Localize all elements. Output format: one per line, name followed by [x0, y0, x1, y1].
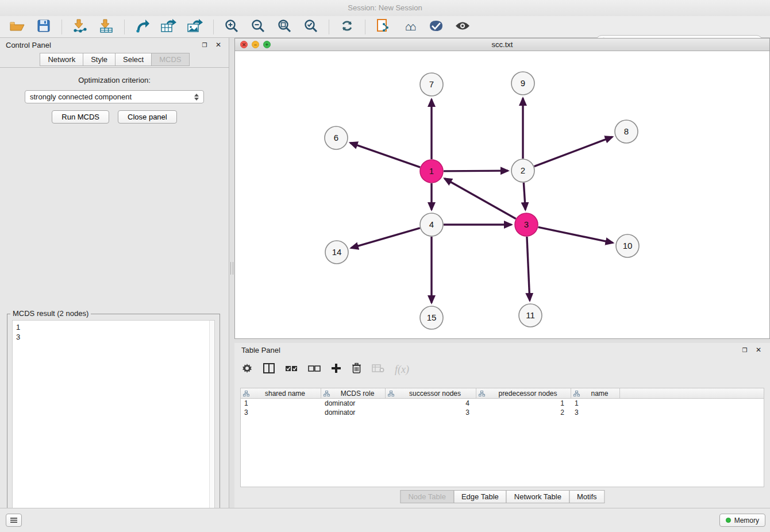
graph-node-4[interactable]: 4 — [420, 213, 443, 236]
graph-node-3[interactable]: 3 — [515, 213, 538, 236]
open-session-button[interactable] — [6, 18, 29, 36]
refresh-button[interactable] — [336, 18, 359, 36]
show-hide-button[interactable] — [451, 18, 474, 36]
control-panel-tabs: NetworkStyleSelectMCDS — [0, 53, 229, 66]
home-layout-button[interactable]: ⌂⌂ — [398, 18, 421, 36]
toolbar-separator — [365, 20, 365, 34]
column-layout-icon[interactable] — [263, 363, 275, 376]
edge-2-3[interactable] — [523, 183, 525, 210]
tab-select[interactable]: Select — [115, 53, 152, 66]
run-mcds-button[interactable]: Run MCDS — [52, 110, 109, 124]
close-window-icon[interactable]: ✕ — [240, 41, 248, 48]
column-header-successor-nodes[interactable]: successor nodes — [386, 388, 476, 398]
table-cell[interactable]: 1 — [571, 399, 620, 408]
mcds-result-values: 1 3 — [13, 321, 214, 344]
graph-node-6[interactable]: 6 — [325, 126, 348, 149]
table-row[interactable]: 1dominator411 — [241, 399, 764, 408]
edge-4-14[interactable] — [351, 228, 420, 248]
zoom-out-button[interactable] — [247, 18, 270, 36]
graph-node-9[interactable]: 9 — [511, 72, 534, 95]
copy-network-button[interactable] — [372, 18, 395, 36]
annotations-button[interactable] — [425, 18, 448, 36]
close-table-panel-icon[interactable]: ✕ — [754, 345, 763, 354]
table-cell[interactable]: 3 — [571, 408, 620, 417]
table-row[interactable]: 3dominator323 — [241, 408, 764, 417]
svg-text:4: 4 — [429, 219, 434, 229]
result-scrollbar[interactable] — [209, 321, 214, 527]
svg-text:11: 11 — [526, 310, 535, 320]
task-history-button[interactable] — [6, 514, 22, 527]
deselect-all-checkboxes-icon[interactable] — [308, 364, 321, 375]
tab-motifs[interactable]: Motifs — [569, 490, 605, 503]
graph-node-10[interactable]: 10 — [616, 234, 639, 257]
tab-node-table[interactable]: Node Table — [400, 490, 454, 503]
table-cell[interactable]: 3 — [386, 408, 476, 417]
network-tools-button[interactable] — [131, 18, 154, 36]
table-cell[interactable]: dominator — [321, 399, 386, 408]
edge-2-8[interactable] — [534, 137, 613, 166]
import-network-button[interactable] — [68, 18, 91, 36]
mcds-result-list[interactable]: 1 3 — [12, 320, 215, 527]
tab-style[interactable]: Style — [83, 53, 116, 66]
horizontal-splitter[interactable] — [234, 339, 770, 343]
settings-gear-icon[interactable] — [241, 363, 253, 376]
graph-node-11[interactable]: 11 — [519, 304, 542, 327]
close-panel-button[interactable]: Close panel — [118, 110, 177, 124]
graph-node-8[interactable]: 8 — [615, 120, 638, 143]
edge-3-1[interactable] — [445, 179, 516, 219]
vertical-splitter[interactable] — [229, 38, 234, 508]
column-header-predecessor-nodes[interactable]: predecessor nodes — [476, 388, 571, 398]
edge-3-11[interactable] — [527, 237, 530, 300]
column-type-icon — [324, 391, 330, 396]
import-table-button[interactable] — [95, 18, 118, 36]
close-panel-icon[interactable]: ✕ — [214, 40, 223, 49]
float-table-panel-icon[interactable]: ❐ — [740, 345, 749, 354]
control-panel-title: Control Panel — [6, 41, 51, 49]
toolbar-separator — [124, 20, 125, 34]
table-cell[interactable]: 4 — [386, 399, 476, 408]
column-header-name[interactable]: name — [571, 388, 620, 398]
zoom-window-icon[interactable]: + — [263, 41, 271, 48]
tab-network-table[interactable]: Network Table — [506, 490, 569, 503]
graph-node-7[interactable]: 7 — [420, 73, 443, 96]
zoom-fit-button[interactable] — [273, 18, 296, 36]
edge-1-2[interactable] — [444, 171, 508, 171]
optimization-criterion-select[interactable]: strongly connected component — [25, 90, 204, 103]
network-canvas[interactable]: 7968124314101511 — [235, 51, 769, 338]
table-cell[interactable]: 1 — [476, 399, 571, 408]
tab-mcds[interactable]: MCDS — [151, 53, 189, 66]
zoom-in-button[interactable] — [220, 18, 243, 36]
tab-network[interactable]: Network — [40, 53, 83, 66]
network-window-titlebar[interactable]: ✕ − + scc.txt — [235, 38, 769, 51]
graph-node-1[interactable]: 1 — [420, 160, 443, 183]
add-column-icon[interactable] — [331, 363, 341, 376]
table-cell[interactable]: 3 — [241, 408, 321, 417]
table-cell[interactable]: 1 — [241, 399, 321, 408]
export-image-button[interactable] — [184, 18, 207, 36]
column-header-shared-name[interactable]: shared name — [241, 388, 321, 398]
graph-node-15[interactable]: 15 — [420, 306, 443, 329]
graph-node-2[interactable]: 2 — [511, 159, 534, 182]
edge-3-10[interactable] — [538, 227, 613, 242]
float-panel-icon[interactable]: ❐ — [200, 40, 209, 49]
zoom-selected-button[interactable] — [299, 18, 322, 36]
list-icon — [10, 515, 18, 526]
save-session-button[interactable] — [32, 18, 55, 36]
delete-column-icon[interactable] — [352, 363, 361, 376]
svg-text:3: 3 — [524, 219, 529, 229]
edge-1-6[interactable] — [351, 143, 421, 167]
column-header-MCDS-role[interactable]: MCDS role — [321, 388, 386, 398]
svg-text:6: 6 — [334, 133, 338, 142]
minimize-window-icon[interactable]: − — [252, 41, 259, 48]
table-cell[interactable]: dominator — [321, 408, 386, 417]
table-cell[interactable]: 2 — [476, 408, 571, 417]
graph-node-14[interactable]: 14 — [325, 241, 348, 264]
network-table-tools-button[interactable] — [157, 18, 180, 36]
delete-table-disabled-icon — [372, 364, 384, 375]
select-all-checkboxes-icon[interactable] — [285, 364, 298, 375]
window-titlebar: Session: New Session — [0, 0, 770, 16]
zoom-out-icon — [251, 19, 265, 35]
memory-button[interactable]: Memory — [719, 514, 765, 527]
table-panel: Table Panel ❐ ✕ f(x) shared nameMCDS rol… — [234, 343, 770, 508]
tab-edge-table[interactable]: Edge Table — [453, 490, 507, 503]
